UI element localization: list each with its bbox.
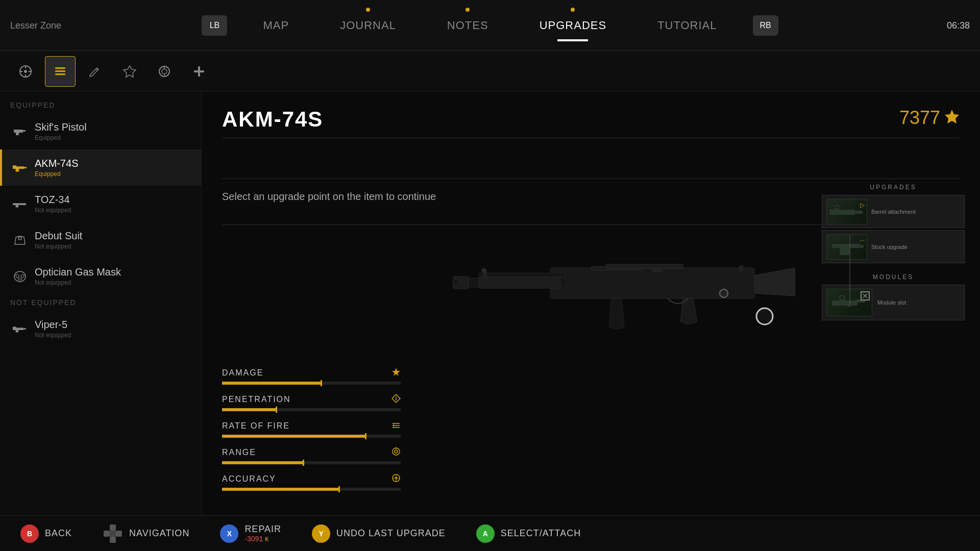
svg-rect-75	[110, 524, 116, 531]
upgrade-card-dots-icon: ···	[860, 237, 865, 244]
tab-upgrades[interactable]: Upgrades	[514, 14, 632, 37]
module-x-icon	[861, 291, 870, 300]
tab-map[interactable]: Map	[237, 14, 314, 37]
tab-journal[interactable]: Journal	[314, 14, 422, 37]
smg-icon	[12, 321, 28, 337]
back-button[interactable]: B Back	[20, 524, 72, 543]
svg-rect-32	[23, 328, 27, 330]
repair-button[interactable]: X Repair -3091 ₭	[220, 524, 281, 543]
stat-rof-label: RATE OF FIRE	[222, 421, 290, 431]
svg-point-46	[756, 308, 773, 324]
nav-scope-icon[interactable]	[149, 56, 180, 87]
y-button-icon[interactable]: Y	[312, 524, 330, 543]
clock: 06:38	[947, 20, 970, 31]
stats-panel: DAMAGE PENETRATION	[222, 367, 401, 500]
svg-marker-34	[945, 110, 959, 123]
accuracy-icon	[391, 473, 401, 485]
svg-rect-43	[739, 265, 743, 271]
upgrade-card-1[interactable]: ▷ Barrel attachment	[822, 195, 965, 228]
weapon-image[interactable]	[438, 214, 795, 367]
sidebar-item-sub: Not equipped	[35, 332, 71, 339]
module-card[interactable]: Module slot	[822, 285, 965, 320]
range-bar	[222, 461, 303, 464]
svg-point-45	[482, 268, 486, 272]
svg-rect-18	[22, 130, 26, 132]
tab-notes[interactable]: Notes	[422, 14, 514, 37]
nav-edit-icon[interactable]	[80, 56, 110, 87]
accuracy-bar	[222, 488, 338, 491]
svg-rect-77	[104, 531, 110, 537]
undo-label: Undo last upgrade	[336, 528, 446, 539]
journal-dot	[366, 8, 370, 12]
stat-damage: DAMAGE	[222, 367, 401, 385]
svg-rect-21	[24, 167, 27, 168]
damage-bar	[222, 382, 321, 385]
upgrade-card-text-1: Barrel attachment	[871, 209, 916, 215]
equipped-label: Equipped	[0, 97, 201, 113]
nav-crosshair-icon[interactable]	[10, 56, 41, 87]
suit-icon	[12, 233, 28, 248]
pistol-icon	[12, 124, 28, 139]
panel-line-top	[222, 138, 960, 138]
back-label: Back	[45, 528, 72, 539]
upgrade-card-img-1: ▷	[826, 199, 867, 224]
sidebar-item-optician-gas-mask[interactable]: Optician Gas Mask Not equipped	[0, 258, 201, 294]
penetration-icon	[391, 394, 401, 405]
stat-range: RANGE	[222, 447, 401, 464]
stat-penetration-label: PENETRATION	[222, 395, 291, 404]
nav-target-icon[interactable]	[184, 56, 214, 87]
rb-button[interactable]: RB	[753, 15, 778, 36]
sidebar-item-name: Optician Gas Mask	[35, 266, 121, 278]
navigation-button[interactable]: Navigation	[103, 523, 189, 544]
svg-rect-24	[16, 204, 19, 207]
secondary-nav	[0, 51, 980, 92]
b-button-icon[interactable]: B	[20, 524, 39, 543]
svg-rect-55	[832, 300, 857, 306]
stat-range-label: RANGE	[222, 448, 256, 457]
upgrades-section-label: UPGRADES	[822, 184, 965, 191]
svg-rect-44	[606, 264, 683, 268]
lb-button[interactable]: LB	[202, 15, 227, 36]
svg-rect-23	[13, 203, 26, 205]
sidebar-item-sub: Equipped	[35, 134, 87, 141]
sidebar-item-skifs-pistol[interactable]: Skif's Pistol Equipped	[0, 113, 201, 149]
shotgun-icon	[12, 196, 28, 212]
sidebar-item-toz-34[interactable]: TOZ-34 Not equipped	[0, 186, 201, 222]
svg-rect-29	[18, 278, 21, 280]
tab-tutorial[interactable]: Tutorial	[632, 14, 742, 37]
svg-rect-15	[194, 70, 204, 72]
svg-marker-62	[392, 368, 400, 376]
rof-icon	[391, 420, 401, 432]
svg-rect-20	[16, 168, 19, 171]
dpad-icon	[103, 523, 123, 544]
sidebar-item-viper-5[interactable]: Viper-5 Not equipped	[0, 311, 201, 347]
svg-rect-79	[110, 531, 116, 537]
nav-tabs: LB Map Journal Notes Upgrades Tutorial R…	[191, 14, 788, 37]
repair-cost: -3091 ₭	[244, 535, 281, 543]
svg-point-27	[16, 274, 19, 278]
undo-button[interactable]: Y Undo last upgrade	[312, 524, 446, 543]
svg-point-11	[162, 69, 167, 74]
svg-rect-22	[13, 165, 17, 167]
nav-badge-icon[interactable]	[114, 56, 145, 87]
sidebar-item-akm-74s[interactable]: AKM-74S Equipped	[0, 149, 201, 186]
svg-point-47	[720, 289, 728, 297]
sidebar-item-debut-suit[interactable]: Debut Suit Not equipped	[0, 222, 201, 258]
module-card-img	[826, 289, 872, 316]
upgrade-card-text-2: Stock upgrade	[871, 244, 908, 250]
stat-penetration: PENETRATION	[222, 394, 401, 411]
currency-amount: 7377	[899, 107, 940, 129]
select-attach-button[interactable]: A Select/Attach	[476, 524, 581, 543]
svg-point-48	[453, 280, 459, 286]
a-button-icon[interactable]: A	[476, 524, 495, 543]
main-content: Equipped Skif's Pistol Equipped AKM-74S …	[0, 92, 980, 515]
nav-list-icon[interactable]	[45, 56, 76, 87]
sidebar-item-sub: Not equipped	[35, 279, 121, 286]
sidebar-item-name: TOZ-34	[35, 194, 71, 206]
upgrade-card-2[interactable]: ··· Stock upgrade	[822, 230, 965, 263]
svg-point-57	[840, 295, 845, 300]
svg-point-25	[18, 237, 21, 240]
svg-rect-76	[110, 537, 116, 543]
svg-rect-52	[832, 244, 860, 248]
x-button-icon[interactable]: X	[220, 524, 238, 543]
